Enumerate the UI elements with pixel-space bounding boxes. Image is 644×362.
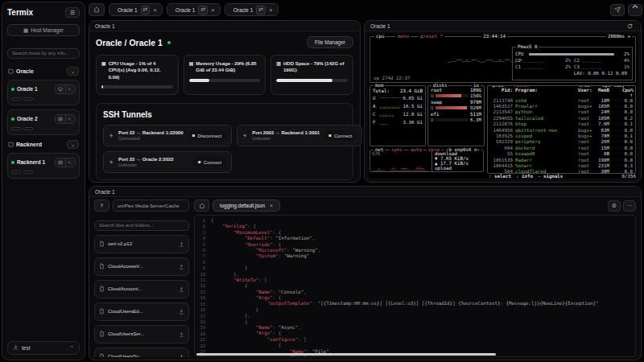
- download-icon[interactable]: [179, 241, 184, 247]
- menu-icon[interactable]: ☰: [65, 7, 80, 18]
- download-icon[interactable]: [179, 354, 184, 358]
- process-row[interactable]: 1864415 Sonarr root 231M ····· 0.3: [488, 162, 635, 168]
- proc-cpu-dots: ·····: [609, 163, 622, 168]
- upload-graph: ⣀⣠⣦⣄⡀⢀⣴⣧⣀⣰⣶⣦⣄⣀⣼⣿⣷⣄⡀⣠⣄⡀⣀: [372, 167, 428, 171]
- tunnel-action-button[interactable]: ◼ Disconnect: [188, 130, 226, 141]
- process-row[interactable]: 55 kswapd0 root 0B ····· 0.0: [488, 151, 635, 157]
- session-tab[interactable]: >_ Oracle 1 ⇄ ×: [167, 3, 221, 16]
- up-directory-button[interactable]: [94, 200, 109, 212]
- process-row[interactable]: 1861539 Radarr root 190M ····· 0.0: [488, 157, 635, 162]
- refresh-button[interactable]: [624, 22, 635, 30]
- host-tag: [11, 171, 21, 174]
- process-row[interactable]: 163925 xziped bugs+ 78M ····· 0.1: [488, 133, 635, 138]
- file-item[interactable]: cert-v2.p12: [94, 235, 189, 253]
- session-tab[interactable]: >_ Oracle 1 ⇄ ×: [225, 3, 279, 16]
- split-icon[interactable]: ⇄: [200, 6, 205, 13]
- collapse-button[interactable]: ⌃: [628, 4, 642, 16]
- more-icon: ⋯: [627, 203, 633, 209]
- file-search-input[interactable]: [94, 220, 189, 231]
- download-icon[interactable]: [179, 264, 184, 269]
- folder-collapse-button[interactable]: ⌄: [67, 140, 79, 149]
- folder-collapse-button[interactable]: ⌄: [67, 67, 79, 76]
- file-icon: [99, 286, 105, 292]
- host-card[interactable]: Racknerd 1 >_: [7, 153, 80, 179]
- editor-more-button[interactable]: ⋯: [623, 200, 636, 212]
- btop-terminal[interactable]: cpu menu preset * 23:44:14 2000ms + ⣀⠤⠤⠒…: [368, 34, 638, 179]
- process-row[interactable]: 1463517 Prowlarr bugs+ 185M ····· 0.0: [488, 103, 635, 109]
- gear-icon: ⚙: [612, 203, 617, 209]
- disk-entry: swap979M U 920M: [428, 98, 484, 110]
- host-tags: [11, 171, 76, 174]
- panel-tab-title[interactable]: Oracle 1: [95, 23, 115, 29]
- send-feedback-button[interactable]: [610, 4, 625, 16]
- file-icon: [99, 241, 105, 247]
- process-row[interactable]: 592329 periphery root 26M ····· 0.0: [488, 139, 635, 145]
- process-row[interactable]: 2294655 tailscaled root 105M ····· 0.2: [488, 115, 635, 121]
- close-icon[interactable]: ×: [153, 6, 156, 14]
- host-card[interactable]: Oracle 2 >_: [7, 109, 80, 135]
- host-connect-button[interactable]: [56, 158, 65, 167]
- folder-icon: [8, 142, 14, 147]
- editor-settings-button[interactable]: ⚙: [608, 200, 621, 212]
- close-icon[interactable]: ×: [211, 6, 214, 14]
- download-icon[interactable]: [179, 309, 184, 315]
- btop-interval: 2000ms +: [606, 34, 632, 39]
- file-item[interactable]: CloudUsersSu...: [94, 348, 189, 358]
- host-terminal-button[interactable]: >_: [65, 85, 75, 93]
- host-connect-button[interactable]: [56, 85, 65, 93]
- home-button[interactable]: [89, 3, 105, 16]
- stat-card: ▤ Memory Usage - 29% (6.85 GiB of 23.44 …: [184, 55, 266, 95]
- uptime: up 274d 22:37: [374, 76, 410, 80]
- online-status-dot: [167, 41, 171, 44]
- file-item[interactable]: CloudUsersEd...: [94, 302, 189, 321]
- tunnel-card[interactable]: Port 22 → Oracle 2:2022 Unknown ◼ Connec…: [103, 151, 232, 173]
- split-icon[interactable]: ⇄: [143, 6, 148, 13]
- tunnel-card[interactable]: Port 22 → Racknerd 1:22000 Connected ◼ D…: [103, 125, 232, 146]
- editor-file-tab[interactable]: logging.default.json ×: [213, 200, 280, 212]
- folder-row[interactable]: Racknerd ⌄: [8, 140, 79, 149]
- panel-tab-title[interactable]: Oracle 1: [95, 189, 115, 195]
- path-input[interactable]: [113, 200, 189, 212]
- horizontal-scrollbar[interactable]: [196, 353, 496, 356]
- process-row[interactable]: 1464956 qbittorrent-nox bugs+ 83M ····· …: [488, 127, 635, 133]
- folder-row[interactable]: Oracle ⌄: [8, 67, 79, 76]
- code-editor[interactable]: 123456789101112131415161718192021222324 …: [194, 215, 636, 357]
- file-item[interactable]: CloudAccessV...: [94, 257, 189, 276]
- editor-home-button[interactable]: [194, 200, 209, 212]
- process-row[interactable]: 2113748 sshd root 10M ····· 0.0: [488, 97, 635, 103]
- split-icon[interactable]: ⇄: [258, 6, 263, 13]
- file-manager-button[interactable]: File Manager: [307, 36, 353, 48]
- disk-entry: efi511M U 6.3M: [428, 110, 484, 122]
- process-counter: 0/356: [622, 174, 636, 179]
- btop-key-bar: ↑ select ↓ info → signals 0/356: [489, 173, 636, 179]
- close-icon[interactable]: ×: [269, 6, 272, 14]
- host-search-input[interactable]: [7, 48, 80, 59]
- host-card[interactable]: Oracle 1 >_: [7, 80, 80, 105]
- folder-icon: [8, 68, 14, 74]
- tunnel-action-button[interactable]: ◼ Connect: [193, 157, 226, 167]
- chevron-up-icon: ⌃: [69, 345, 74, 352]
- zap-icon: [109, 133, 114, 138]
- download-icon[interactable]: [179, 286, 184, 292]
- file-icon: [99, 308, 105, 315]
- host-connect-button[interactable]: [56, 115, 65, 123]
- user-menu[interactable]: test ⌃: [7, 341, 80, 355]
- panel-tab-title[interactable]: Oracle 1: [370, 23, 390, 29]
- tunnel-action-button[interactable]: ◼ Connect: [324, 130, 357, 141]
- host-terminal-button[interactable]: >_: [65, 158, 75, 167]
- tunnel-card[interactable]: Port 2003 → Racknerd 1:3001 Unknown ◼ Co…: [237, 125, 362, 146]
- close-icon[interactable]: ×: [270, 203, 273, 208]
- mem-row: A ⣤⣤⣤⣤⣤⣤⣤ 16.5 Gi: [370, 102, 425, 110]
- progress-fill: [276, 79, 332, 82]
- process-row[interactable]: 2113547 python root 24M ····· 0.0: [488, 109, 635, 115]
- process-row[interactable]: 2112876 btop root 7.6M ····· 0.1: [488, 121, 635, 127]
- file-item[interactable]: CloudUsersSer...: [94, 325, 189, 343]
- host-terminal-button[interactable]: >_: [65, 115, 75, 123]
- host-manager-button[interactable]: ▦ Host Manager: [7, 24, 80, 36]
- session-tab[interactable]: >_ Oracle 1 ⇄ ×: [109, 3, 163, 16]
- process-row[interactable]: 604 dockerd root 15M ····· 0.0: [488, 145, 635, 150]
- file-item[interactable]: CloudAccount...: [94, 280, 189, 298]
- proc-cpu-dots: ·····: [609, 109, 622, 114]
- stat-icon: ▤: [189, 60, 194, 67]
- download-icon[interactable]: [179, 331, 184, 337]
